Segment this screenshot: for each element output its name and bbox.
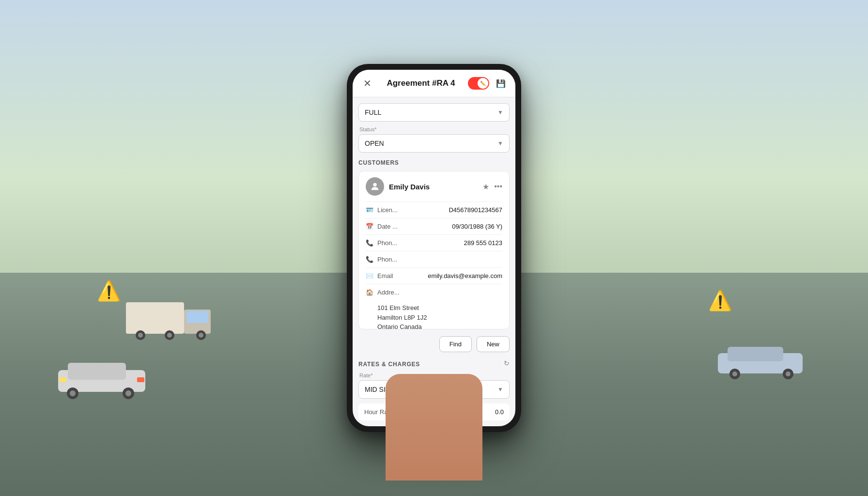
svg-rect-1 <box>68 363 126 380</box>
phone1-label: Phon... <box>377 239 397 247</box>
header-left: ✕ <box>360 77 374 90</box>
hour-rate-value: 0.0 <box>495 408 504 416</box>
rates-header: RATES & CHARGES ↻ <box>358 359 510 368</box>
close-button[interactable]: ✕ <box>360 77 374 90</box>
address-line-2: Hamilton L8P 1J2 <box>377 313 502 323</box>
status-dropdown[interactable]: OPEN ▼ <box>358 134 510 153</box>
more-menu-icon[interactable]: ••• <box>494 182 502 191</box>
new-button[interactable]: New <box>477 336 510 352</box>
svg-point-11 <box>732 372 737 376</box>
star-icon[interactable]: ★ <box>482 182 489 191</box>
customers-section-header: CUSTOMERS <box>358 159 510 166</box>
type-dropdown-group: FULL ▼ <box>358 103 510 122</box>
type-value: FULL <box>365 108 381 116</box>
phone1-value: 289 555 0123 <box>464 239 502 247</box>
hand <box>386 374 482 480</box>
status-label: Status* <box>358 126 510 132</box>
svg-rect-6 <box>59 377 66 382</box>
phone1-left: 📞 Phon... <box>366 239 397 247</box>
address-row: 🏠 Addre... <box>359 284 509 300</box>
refresh-icon[interactable]: ↻ <box>504 359 510 367</box>
email-value: emily.davis@example.com <box>428 272 502 279</box>
type-dropdown[interactable]: FULL ▼ <box>358 103 510 122</box>
car-left <box>48 356 155 399</box>
phone-icon-2: 📞 <box>366 256 373 263</box>
dob-label: Date ... <box>377 223 398 230</box>
license-left: 🪪 Licen... <box>366 206 398 214</box>
page-title: Agreement #RA 4 <box>387 78 455 88</box>
customer-action-buttons: Find New <box>358 334 510 354</box>
email-row: ✉️ Email emily.davis@example.com <box>359 268 509 284</box>
warning-sign-left: ⚠️ <box>97 279 121 302</box>
status-dropdown-group: Status* OPEN ▼ <box>358 126 510 153</box>
phone-wrapper: ✕ Agreement #RA 4 ✏️ 💾 <box>347 64 521 432</box>
address-icon: 🏠 <box>366 289 373 296</box>
toggle-knob: ✏️ <box>478 78 488 89</box>
address-block: 101 Elm Street Hamilton L8P 1J2 Ontario … <box>359 300 509 329</box>
header-right: ✏️ 💾 <box>468 77 508 90</box>
phone-icon-1: 📞 <box>366 239 373 247</box>
truck <box>126 293 213 341</box>
chevron-down-icon: ▼ <box>497 109 503 116</box>
svg-point-23 <box>373 183 376 186</box>
customer-actions: ★ ••• <box>482 182 502 191</box>
email-left: ✉️ Email <box>366 272 393 279</box>
customer-card: Emily Davis ★ ••• 🪪 Licen... <box>358 171 510 329</box>
toggle-button[interactable]: ✏️ <box>468 77 489 90</box>
license-value: D45678901234567 <box>449 206 502 214</box>
close-icon: ✕ <box>363 78 372 89</box>
svg-point-18 <box>138 333 143 338</box>
app-header: ✕ Agreement #RA 4 ✏️ 💾 <box>353 70 515 97</box>
avatar <box>366 177 384 196</box>
chevron-down-icon-2: ▼ <box>497 140 503 147</box>
save-icon: 💾 <box>496 79 506 88</box>
svg-point-22 <box>199 333 203 338</box>
customer-info: Emily Davis <box>366 177 430 196</box>
calendar-icon: 📅 <box>366 223 373 230</box>
find-button[interactable]: Find <box>439 336 472 352</box>
id-card-icon: 🪪 <box>366 206 373 214</box>
status-value: OPEN <box>365 140 384 147</box>
phone2-row: 📞 Phon... <box>359 251 509 267</box>
email-label: Email <box>377 272 393 279</box>
rates-section-header: RATES & CHARGES <box>358 361 420 368</box>
dob-left: 📅 Date ... <box>366 223 398 230</box>
address-label: Addre... <box>377 289 400 296</box>
svg-point-5 <box>125 390 131 396</box>
save-button[interactable]: 💾 <box>494 77 508 90</box>
dob-value: 09/30/1988 (36 Y) <box>452 223 502 230</box>
address-line-1: 101 Elm Street <box>377 303 502 313</box>
warning-sign-right: ⚠️ <box>708 289 732 312</box>
car-right <box>713 341 810 380</box>
customer-header-row: Emily Davis ★ ••• <box>359 171 509 202</box>
dob-row: 📅 Date ... 09/30/1988 (36 Y) <box>359 218 509 234</box>
license-row: 🪪 Licen... D45678901234567 <box>359 202 509 218</box>
svg-point-3 <box>70 390 76 396</box>
phone2-label: Phon... <box>377 256 397 263</box>
address-line-3: Ontario Canada <box>377 322 502 329</box>
address-left: 🏠 Addre... <box>366 289 400 296</box>
svg-rect-16 <box>186 311 208 323</box>
svg-rect-7 <box>137 377 144 382</box>
phone1-row: 📞 Phon... 289 555 0123 <box>359 235 509 251</box>
phone-screen: ✕ Agreement #RA 4 ✏️ 💾 <box>353 70 515 426</box>
svg-rect-14 <box>126 302 184 334</box>
license-label: Licen... <box>377 206 398 214</box>
svg-rect-9 <box>728 347 783 361</box>
chevron-down-icon-3: ▼ <box>497 386 503 393</box>
phone2-left: 📞 Phon... <box>366 256 397 263</box>
email-icon: ✉️ <box>366 272 373 279</box>
svg-point-13 <box>786 372 790 376</box>
customer-name: Emily Davis <box>389 183 430 191</box>
svg-point-20 <box>167 333 172 338</box>
